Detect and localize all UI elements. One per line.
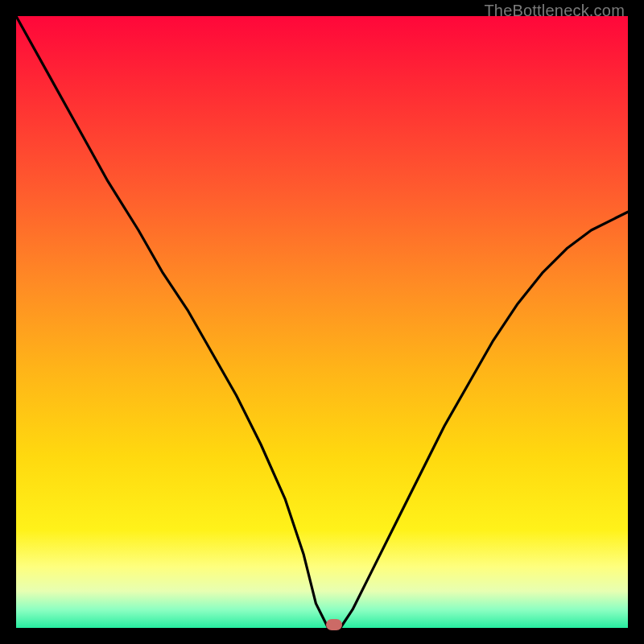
optimum-marker xyxy=(326,619,342,630)
curve-svg xyxy=(16,16,628,628)
chart-frame: TheBottleneck.com xyxy=(0,0,644,644)
bottleneck-curve xyxy=(16,16,628,628)
plot-area xyxy=(16,16,628,628)
